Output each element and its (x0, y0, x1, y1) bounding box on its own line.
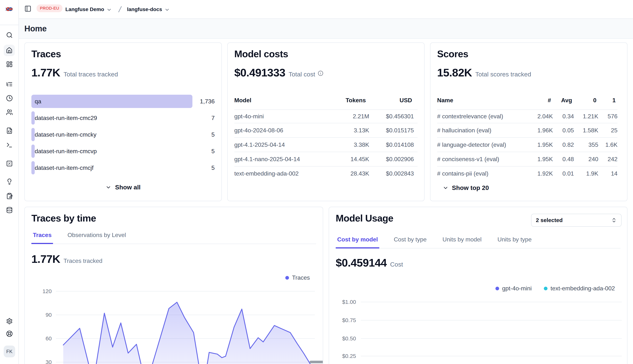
svg-text:$0.50: $0.50 (342, 336, 356, 342)
svg-text:60: 60 (46, 336, 52, 342)
svg-text:$0.75: $0.75 (342, 317, 356, 323)
svg-text:90: 90 (46, 312, 52, 318)
svg-text:$0.25: $0.25 (342, 353, 356, 359)
svg-text:$1.00: $1.00 (342, 299, 356, 305)
svg-text:30: 30 (46, 359, 52, 364)
svg-text:120: 120 (43, 288, 52, 294)
